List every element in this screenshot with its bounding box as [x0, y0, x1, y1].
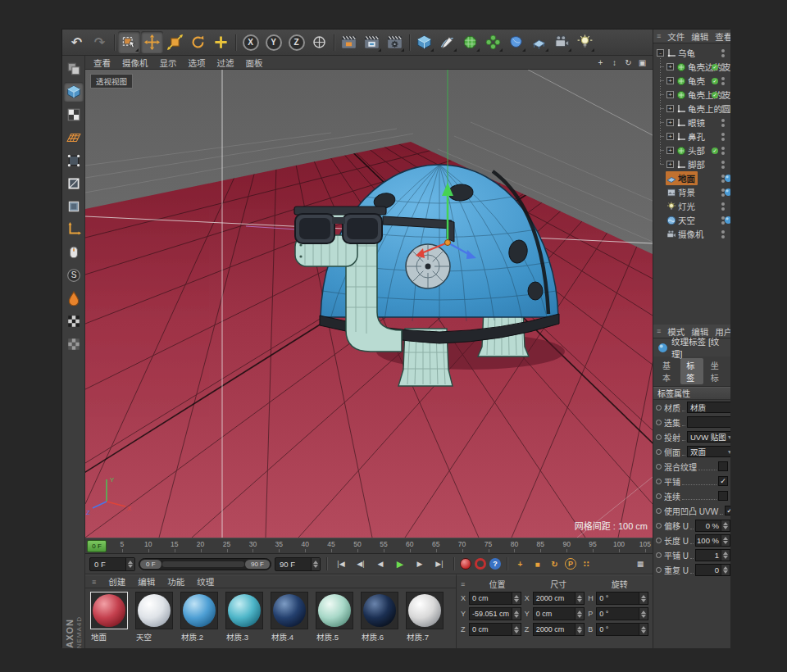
coordinate-field[interactable]: 0 cm — [469, 592, 521, 605]
paint-tool-button[interactable] — [64, 288, 84, 308]
timeline-layout-button[interactable]: ▦ — [632, 556, 648, 572]
material-manager-menu-item[interactable]: 编辑 — [138, 575, 155, 588]
number-field[interactable]: 1 — [695, 549, 730, 561]
enabled-state-icon[interactable]: ✓ — [712, 148, 718, 154]
expand-toggle[interactable]: + — [666, 147, 674, 154]
texture-mode-button[interactable] — [64, 105, 84, 125]
material-thumbnail[interactable] — [316, 592, 353, 629]
previous-frame-button[interactable]: ◀ — [372, 556, 389, 572]
coordinate-field[interactable]: 0 cm — [533, 607, 585, 620]
attribute-tab[interactable]: 基本 — [657, 358, 679, 384]
object-tree-item[interactable]: +眼镜 — [653, 116, 730, 129]
material-thumbnail[interactable] — [271, 592, 308, 629]
range-track-middle[interactable] — [162, 561, 244, 567]
material-thumbnail[interactable] — [406, 592, 444, 629]
viewport-solo-button[interactable] — [64, 243, 84, 262]
field-stepper[interactable] — [639, 593, 648, 604]
object-tree-item[interactable]: +龟壳上的圆柱 — [653, 102, 730, 116]
number-field[interactable]: 0 — [695, 564, 730, 576]
field-stepper[interactable] — [721, 565, 730, 575]
field-stepper[interactable] — [575, 608, 584, 620]
record-scale-toggle[interactable]: ■ — [530, 560, 544, 569]
field-stepper[interactable] — [721, 550, 730, 561]
checkbox[interactable] — [718, 491, 728, 501]
coordinate-field[interactable]: 0 ° — [596, 607, 648, 620]
edges-mode-button[interactable] — [64, 174, 84, 193]
texture-tag-icon[interactable] — [724, 174, 730, 183]
expand-toggle[interactable]: + — [666, 91, 674, 98]
object-tree-item[interactable]: +龟壳边的皮带✓ — [653, 60, 730, 74]
lock-z-axis-button[interactable]: Z — [285, 31, 307, 53]
texture-tag-icon[interactable] — [724, 216, 730, 225]
object-manager-menu-item[interactable]: 查看 — [715, 30, 730, 43]
add-deformer-button[interactable] — [505, 31, 527, 53]
add-spline-button[interactable] — [436, 31, 458, 53]
viewport-menu-item[interactable]: 过滤 — [212, 57, 240, 69]
keyframe-options-button[interactable]: ? — [489, 558, 501, 570]
lock-y-axis-button[interactable]: Y — [262, 31, 284, 53]
keyframe-circle-icon[interactable] — [656, 479, 662, 484]
material-thumbnail[interactable] — [90, 592, 128, 629]
material-item[interactable]: 材质.3 — [225, 592, 266, 642]
record-position-toggle[interactable]: + — [513, 560, 527, 569]
render-picture-viewer-button[interactable] — [361, 31, 383, 53]
end-frame-field[interactable]: 90 F — [275, 557, 321, 571]
current-frame-field[interactable]: 0 F — [89, 557, 135, 571]
goto-end-button[interactable]: ▶| — [431, 556, 448, 572]
keyframe-circle-icon[interactable] — [656, 523, 662, 529]
scale-tool-button[interactable] — [164, 31, 186, 53]
field-stepper[interactable] — [311, 558, 320, 570]
material-item[interactable]: 材质.4 — [271, 592, 312, 642]
text-field[interactable] — [687, 416, 730, 428]
viewport-menu-item[interactable]: 面板 — [240, 57, 269, 69]
record-rotation-toggle[interactable]: ↻ — [548, 560, 562, 569]
object-tree-item[interactable]: 天空 — [653, 213, 730, 227]
expand-toggle[interactable]: + — [666, 63, 674, 70]
object-tree-item[interactable]: 背景 — [653, 185, 730, 199]
enabled-state-icon[interactable]: ✓ — [712, 92, 718, 98]
checkbox[interactable] — [725, 506, 730, 515]
checkbox[interactable] — [718, 461, 728, 471]
render-view-button[interactable] — [338, 31, 360, 53]
make-editable-button[interactable] — [64, 59, 84, 79]
expand-toggle[interactable]: + — [666, 119, 674, 126]
viewport-menu-item[interactable]: 查看 — [88, 57, 116, 69]
enable-axis-button[interactable] — [64, 220, 84, 239]
object-tree-item[interactable]: +脚部 — [653, 157, 730, 171]
attribute-tab[interactable]: 标签 — [680, 358, 703, 384]
add-primitive-cube-button[interactable] — [413, 31, 435, 53]
link-field[interactable]: 材质 — [687, 402, 730, 413]
material-thumbnail[interactable] — [180, 592, 218, 629]
keyframe-circle-icon[interactable] — [656, 449, 662, 455]
visibility-dots[interactable] — [721, 91, 725, 99]
autokeying-button[interactable] — [475, 558, 486, 570]
number-field[interactable]: 0 % — [695, 520, 730, 532]
add-camera-button[interactable] — [551, 31, 573, 53]
texture-tag-icon[interactable] — [724, 188, 730, 197]
material-item[interactable]: 材质.6 — [361, 592, 402, 642]
object-tree-item[interactable]: +鼻孔 — [653, 129, 730, 143]
material-manager-menu-item[interactable]: 创建 — [108, 575, 125, 588]
enabled-state-icon[interactable]: ✓ — [712, 64, 718, 70]
object-manager-menu-item[interactable]: 文件 — [667, 30, 685, 43]
coordinate-field[interactable]: -59.051 cm — [469, 607, 521, 620]
range-end-grip[interactable]: 90 F — [245, 560, 270, 569]
material-item[interactable]: 地面 — [90, 592, 131, 642]
visibility-dots[interactable] — [721, 147, 725, 155]
view-label-button[interactable]: 透视视图 — [90, 74, 133, 89]
previous-key-button[interactable]: ◀| — [353, 556, 369, 572]
viewport-pan-icon[interactable]: + — [594, 58, 607, 67]
visibility-dots[interactable] — [721, 49, 725, 57]
visibility-dots[interactable] — [721, 105, 725, 113]
rotate-tool-button[interactable] — [187, 31, 209, 53]
viewport-menu-item[interactable]: 摄像机 — [116, 57, 154, 69]
snap-settings-button[interactable]: S — [64, 266, 84, 285]
object-tree-item[interactable]: +头部✓ — [653, 143, 730, 157]
attribute-tab[interactable]: 坐标 — [705, 358, 727, 384]
timeline-range-slider[interactable]: 0 F90 F — [139, 558, 271, 570]
next-frame-button[interactable]: ▶ — [412, 556, 428, 572]
record-pla-toggle[interactable]: ∷ — [580, 560, 594, 569]
object-tree-item[interactable]: -乌龟 — [653, 46, 730, 60]
grid-array-button[interactable] — [64, 311, 84, 331]
field-stepper[interactable] — [512, 593, 521, 604]
